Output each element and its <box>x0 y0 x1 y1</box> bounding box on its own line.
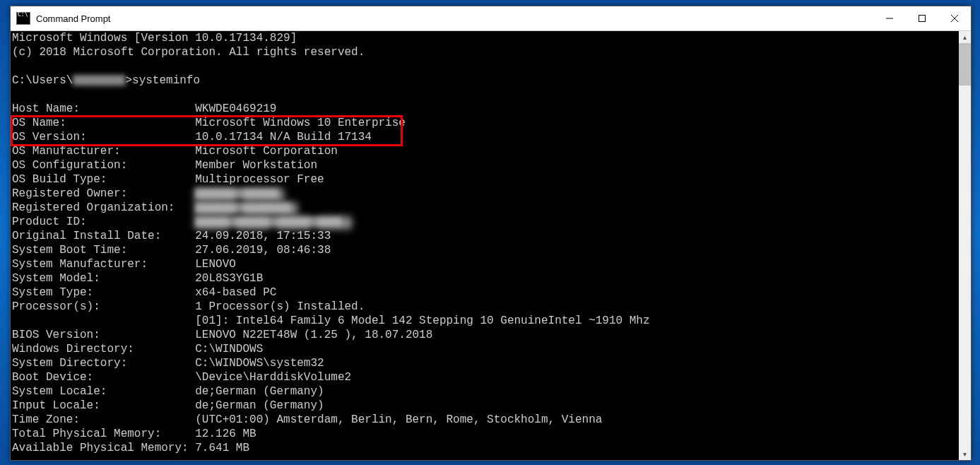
minimize-button[interactable] <box>873 6 906 30</box>
output-line: Processor(s): 1 Processor(s) Installed. <box>12 300 959 314</box>
output-line: Registered Owner: ██████ ██████ <box>12 187 959 201</box>
output-line: (c) 2018 Microsoft Corporation. All righ… <box>12 45 959 59</box>
output-line: System Boot Time: 27.06.2019, 08:46:38 <box>12 243 959 257</box>
output-line: Total Physical Memory: 12.126 MB <box>12 427 959 441</box>
output-line: OS Version: 10.0.17134 N/A Build 17134 <box>12 130 959 144</box>
close-button[interactable] <box>938 6 971 30</box>
output-line: Registered Organization: ██████ ████████ <box>12 201 959 215</box>
output-line: System Manufacturer: LENOVO <box>12 257 959 271</box>
output-line: [01]: Intel64 Family 6 Model 142 Steppin… <box>12 314 959 328</box>
output-line: System Model: 20L8S3YG1B <box>12 271 959 286</box>
output-line: OS Manufacturer: Microsoft Corporation <box>12 144 959 158</box>
redacted-value: ██████ ████████ <box>195 202 290 213</box>
output-line: BIOS Version: LENOVO N22ET48W (1.25 ), 1… <box>12 328 959 342</box>
close-icon <box>950 14 959 23</box>
output-line: System Type: x64-based PC <box>12 286 959 300</box>
maximize-icon <box>918 14 926 23</box>
output-line: System Directory: C:\WINDOWS\system32 <box>12 356 959 370</box>
vertical-scrollbar[interactable]: ▴ ▾ <box>959 31 971 460</box>
output-line: Original Install Date: 24.09.2018, 17:15… <box>12 229 959 243</box>
output-line <box>12 88 959 102</box>
output-line <box>12 59 959 73</box>
titlebar[interactable]: Command Prompt <box>11 6 971 31</box>
output-line: Windows Directory: C:\WINDOWS <box>12 342 959 356</box>
output-line: Input Locale: de;German (Germany) <box>12 399 959 413</box>
output-line: Microsoft Windows [Version 10.0.17134.82… <box>12 31 959 45</box>
output-line: Product ID: █████-█████-█████-█████ <box>12 215 959 229</box>
output-line: Time Zone: (UTC+01:00) Amsterdam, Berlin… <box>12 413 959 427</box>
redacted-username: XXXXXXXX <box>73 75 125 86</box>
output-line: System Locale: de;German (Germany) <box>12 384 959 399</box>
window-title: Command Prompt <box>36 13 873 24</box>
scroll-track[interactable] <box>959 43 971 448</box>
terminal-output[interactable]: Microsoft Windows [Version 10.0.17134.82… <box>11 31 959 460</box>
maximize-button[interactable] <box>906 6 938 30</box>
output-line: Available Physical Memory: 7.641 MB <box>12 441 959 455</box>
output-line: OS Build Type: Multiprocessor Free <box>12 172 959 187</box>
scroll-thumb[interactable] <box>959 43 971 86</box>
redacted-value: █████-█████-█████-█████ <box>195 216 341 227</box>
output-line: Boot Device: \Device\HarddiskVolume2 <box>12 370 959 384</box>
output-line: Host Name: WKWDE0469219 <box>12 102 959 116</box>
redacted-value: ██████ ██████ <box>195 188 278 199</box>
svg-rect-1 <box>919 16 926 22</box>
scroll-up-button[interactable]: ▴ <box>959 31 971 43</box>
command-prompt-window: Command Prompt Microsoft Windows [Versio… <box>10 6 972 461</box>
window-controls <box>873 6 971 30</box>
output-line: C:\Users\XXXXXXXX>systeminfo <box>12 73 959 88</box>
scroll-down-button[interactable]: ▾ <box>959 448 971 460</box>
output-line: OS Configuration: Member Workstation <box>12 158 959 172</box>
cmd-icon <box>16 12 30 25</box>
minimize-icon <box>885 14 894 23</box>
output-line: OS Name: Microsoft Windows 10 Enterprise <box>12 116 959 130</box>
